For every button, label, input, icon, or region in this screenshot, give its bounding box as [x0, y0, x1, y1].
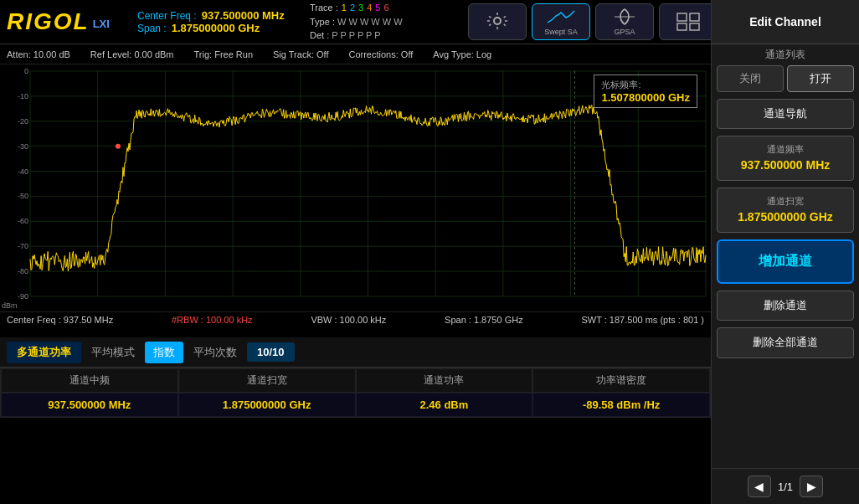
rbw-status: #RBW : 100.00 kHz — [172, 315, 253, 325]
trig-info: Trig: Free Run — [194, 49, 254, 59]
channel-span-value: 1.875000000 GHz — [721, 209, 850, 226]
trace-6[interactable]: 6 — [383, 1, 388, 15]
swt-status: SWT : 187.500 ms (pts : 801 ) — [581, 315, 704, 325]
ref-level-info: Ref Level: 0.00 dBm — [90, 49, 174, 59]
vbw-status: VBW : 100.00 kHz — [311, 315, 386, 325]
span-status: Span : 1.8750 GHz — [445, 315, 523, 325]
table-cell-0-0: 937.500000 MHz — [1, 393, 178, 417]
channel-freq-label: 通道频率 — [721, 143, 850, 156]
add-channel-btn[interactable]: 增加通道 — [717, 239, 854, 284]
svg-rect-6 — [690, 23, 699, 30]
center-freq-label: Center Freq : — [137, 10, 197, 22]
avg-mode-value[interactable]: 指数 — [145, 342, 183, 363]
logo-area: RIGOL LXI — [0, 8, 134, 35]
swept-sa-label: Swept SA — [544, 28, 578, 36]
col-header-0: 通道中频 — [1, 368, 178, 393]
span-value: 1.875000000 GHz — [172, 22, 260, 34]
marker-label: 光标频率: — [601, 79, 690, 91]
gpsa-icon — [611, 8, 638, 26]
trace-4[interactable]: 4 — [367, 1, 372, 15]
trace-det: Det : P P P P P P — [310, 28, 410, 43]
marker-box: 光标频率: 1.507800000 GHz — [594, 75, 697, 108]
rigol-logo: RIGOL — [7, 8, 90, 35]
corrections-info: Corrections: Off — [348, 49, 413, 59]
marker-value: 1.507800000 GHz — [601, 91, 690, 104]
trace-2[interactable]: 2 — [350, 1, 355, 15]
trace-1[interactable]: 1 — [342, 1, 347, 15]
trace-label: Trace : — [310, 1, 338, 15]
freq-info: Center Freq : 937.500000 MHz Span : 1.87… — [134, 9, 310, 34]
table-cell-0-1: 1.875000000 GHz — [178, 393, 356, 417]
channel-toggle-row: 关闭 打开 — [717, 65, 854, 92]
trace-type: Type : W W W W W W — [310, 15, 410, 29]
gpsa-label: GPSA — [614, 28, 635, 36]
page-info: 1/1 — [778, 481, 793, 493]
span-label: Span : — [137, 23, 167, 34]
toggle-on-btn[interactable]: 打开 — [787, 65, 854, 92]
grid-btn[interactable] — [659, 3, 718, 40]
edit-channel-title: Edit Channel — [712, 0, 859, 44]
info-bar: Atten: 10.00 dB Ref Level: 0.00 dBm Trig… — [0, 44, 711, 64]
swept-sa-btn[interactable]: Swept SA — [532, 3, 590, 40]
main-area: Atten: 10.00 dB Ref Level: 0.00 dBm Trig… — [0, 44, 711, 504]
channel-list-label: 通道列表 — [712, 48, 859, 62]
settings-icon — [486, 11, 509, 31]
swept-sa-icon — [546, 8, 576, 26]
edit-channel-label: Edit Channel — [749, 15, 821, 28]
lxi-logo: LXI — [93, 18, 110, 30]
prev-page-btn[interactable]: ◀ — [748, 476, 771, 497]
delete-channel-btn[interactable]: 删除通道 — [717, 291, 854, 321]
trace-3[interactable]: 3 — [358, 1, 363, 15]
grid-icon — [676, 12, 701, 32]
col-header-1: 通道扫宽 — [178, 368, 356, 393]
next-page-btn[interactable]: ▶ — [800, 476, 823, 497]
sig-track-info: Sig Track: Off — [273, 49, 328, 59]
data-table: 通道中频 通道扫宽 通道功率 功率谱密度 937.500000 MHz 1.87… — [0, 368, 711, 418]
channel-freq-btn[interactable]: 通道频率 937.500000 MHz — [717, 136, 854, 181]
col-header-3: 功率谱密度 — [532, 368, 710, 393]
table-cell-0-3: -89.58 dBm /Hz — [532, 393, 710, 417]
bottom-header: 多通道功率 平均模式 指数 平均次数 10/10 — [0, 337, 711, 368]
toggle-off-btn[interactable]: 关闭 — [717, 65, 784, 92]
chart-status-bar: Center Freq : 937.50 MHz #RBW : 100.00 k… — [0, 311, 711, 327]
col-header-2: 通道功率 — [356, 368, 533, 393]
svg-rect-3 — [677, 13, 687, 21]
trace-5[interactable]: 5 — [375, 1, 380, 15]
nav-row: ◀ 1/1 ▶ — [712, 468, 859, 504]
delete-all-btn[interactable]: 删除全部通道 — [717, 327, 854, 357]
svg-rect-4 — [690, 13, 699, 21]
settings-btn[interactable] — [468, 3, 527, 40]
center-freq-status: Center Freq : 937.50 MHz — [7, 315, 113, 325]
svg-rect-5 — [677, 23, 687, 30]
channel-span-btn[interactable]: 通道扫宽 1.875000000 GHz — [717, 188, 854, 233]
chart-container: 光标频率: 1.507800000 GHz — [0, 64, 711, 311]
avg-count-label: 平均次数 — [193, 345, 237, 360]
svg-point-0 — [494, 18, 501, 24]
bottom-section: 多通道功率 平均模式 指数 平均次数 10/10 通道中频 通道扫宽 通道功率 … — [0, 337, 711, 418]
channel-freq-value: 937.500000 MHz — [721, 157, 850, 174]
avg-count-value[interactable]: 10/10 — [247, 342, 295, 362]
table-cell-0-2: 2.46 dBm — [356, 393, 533, 417]
channel-span-label: 通道扫宽 — [721, 195, 850, 208]
center-freq-value: 937.500000 MHz — [202, 9, 285, 22]
trace-info: Trace : 1 2 3 4 5 6 Type : W W W W W W D… — [310, 1, 410, 43]
channel-nav-btn[interactable]: 通道导航 — [717, 99, 854, 129]
right-panel: Edit Channel 通道列表 关闭 打开 通道导航 通道频率 937.50… — [711, 0, 859, 504]
gpsa-btn[interactable]: GPSA — [595, 3, 654, 40]
avg-type-info: Avg Type: Log — [433, 49, 491, 59]
atten-info: Atten: 10.00 dB — [7, 49, 70, 59]
bottom-title: 多通道功率 — [7, 342, 81, 363]
avg-mode-label: 平均模式 — [91, 345, 135, 360]
